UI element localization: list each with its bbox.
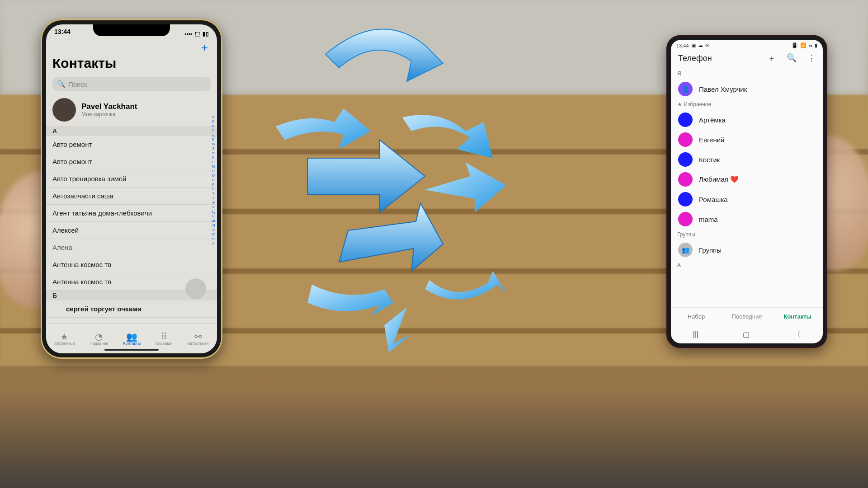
contact-row[interactable]: сергей торгует очками (46, 300, 217, 318)
mail-icon: ✉ (705, 42, 709, 48)
contact-row[interactable]: Автозапчасти саша (46, 188, 217, 205)
tab-Клавиши[interactable]: ⠿Клавиши (156, 332, 173, 346)
contact-color-icon (678, 192, 693, 206)
my-card-subtitle: Моя карточка (81, 111, 137, 117)
index-letter[interactable]: Е (212, 137, 215, 141)
groups-icon: 👥 (678, 243, 693, 257)
index-letter[interactable]: И (212, 151, 215, 155)
favorite-contact-row[interactable]: Костик (671, 150, 823, 169)
contact-name: Любимая ❤️ (699, 175, 739, 183)
contact-row[interactable]: Антенна космос тв (46, 256, 217, 273)
add-contact-button[interactable]: + (52, 41, 211, 55)
index-letter[interactable]: # (212, 241, 215, 245)
index-letter[interactable]: У (212, 196, 215, 200)
contact-row[interactable]: Алексей (46, 222, 217, 239)
index-letter[interactable]: С (212, 187, 215, 191)
favorite-contact-row[interactable]: Артёмка (671, 110, 823, 130)
iphone-device: 13:44 ▪▪▪▪ ⬚ ▮▯ + Контакты 🔍 Поиск Pavel… (41, 19, 222, 359)
contact-name: Евгений (699, 136, 725, 144)
page-title: Контакты (52, 56, 211, 71)
avatar (52, 98, 76, 122)
more-button[interactable]: ⋮ (807, 53, 816, 64)
android-status-bar: 13:44 ▣ ☁ ✉ 📳 📶 ▪▪ ▮ (671, 40, 823, 49)
index-letter[interactable]: К (212, 155, 215, 160)
battery-icon: ▮▯ (203, 31, 209, 37)
search-icon: 🔍 (57, 80, 66, 88)
tab-Контакты[interactable]: Контакты (772, 308, 823, 325)
index-letter[interactable]: Л (212, 160, 215, 164)
index-letter[interactable]: В (212, 124, 215, 128)
assistive-touch-icon[interactable] (185, 278, 206, 299)
tab-icon: ★ (53, 332, 75, 341)
tab-Контакты[interactable]: 👥Контакты (123, 332, 141, 346)
tab-Последние[interactable]: Последние (722, 308, 772, 325)
favorite-contact-row[interactable]: mama (671, 209, 823, 229)
transfer-arrows-graphic (253, 18, 533, 357)
index-letter[interactable]: Ц (212, 210, 215, 214)
contact-row[interactable]: Авто ремонт (46, 153, 217, 170)
recents-nav-icon[interactable]: ||| (693, 330, 698, 338)
index-letter[interactable]: Я (212, 237, 215, 241)
favorite-contact-row[interactable]: Любимая ❤️ (671, 169, 823, 189)
wifi-icon: 📶 (800, 42, 807, 48)
alphabet-index[interactable]: АБВГДЕЖЗИКЛМНОПРСТУФХЦЧШЩЭЮЯ# (212, 115, 215, 245)
index-letter[interactable]: Щ (212, 223, 215, 227)
my-card-row[interactable]: Pavel Yackhant Моя карточка (46, 94, 217, 126)
index-letter[interactable]: Р (212, 183, 215, 187)
contact-row[interactable]: Авто ремонт (46, 136, 217, 153)
index-letter[interactable]: З (212, 146, 215, 150)
index-letter[interactable]: А (212, 115, 215, 119)
index-letter[interactable]: Б (212, 119, 215, 123)
groups-label: Группы (699, 246, 722, 254)
section-favorites: Избранное (671, 99, 823, 110)
index-letter[interactable]: Ю (212, 232, 215, 236)
contact-color-icon (678, 172, 693, 187)
index-letter[interactable]: Н (212, 169, 215, 173)
add-button[interactable]: ＋ (768, 53, 776, 64)
signal-icon: ▪▪▪▪ (184, 31, 192, 37)
tab-label: Автоответч. (187, 341, 209, 346)
index-letter[interactable]: Х (212, 205, 215, 209)
tab-Недавние[interactable]: ◔Недавние (90, 332, 108, 346)
contact-name: Артёмка (699, 116, 726, 124)
index-letter[interactable]: П (212, 178, 215, 182)
index-letter[interactable]: Ч (212, 214, 215, 218)
me-contact-row[interactable]: 👤 Павел Хмурчик (671, 79, 823, 99)
index-letter[interactable]: М (212, 164, 215, 169)
index-letter[interactable]: Э (212, 228, 215, 232)
tab-Набор[interactable]: Набор (671, 308, 722, 325)
favorite-contact-row[interactable]: Ромашка (671, 189, 823, 209)
contact-color-icon (678, 132, 693, 147)
tab-Автоответч.[interactable]: ⚯Автоответч. (187, 332, 209, 346)
tab-label: Избранные (53, 341, 75, 346)
contact-row[interactable]: Авто тренировка зимой (46, 170, 217, 188)
search-button[interactable]: 🔍 (787, 53, 797, 64)
favorite-contact-row[interactable]: Евгений (671, 130, 823, 150)
index-letter[interactable]: Д (212, 133, 215, 137)
tab-icon: ⚯ (187, 332, 209, 341)
tab-Избранные[interactable]: ★Избранные (53, 332, 75, 346)
home-indicator[interactable] (104, 349, 159, 351)
groups-row[interactable]: 👥 Группы (671, 240, 823, 260)
battery-icon: ▮ (815, 42, 817, 48)
index-letter[interactable]: Т (212, 192, 215, 196)
tab-label: Недавние (90, 341, 108, 346)
index-letter[interactable]: Ф (212, 201, 215, 205)
back-nav-icon[interactable]: 〈 (793, 330, 801, 339)
index-letter[interactable]: Г (212, 128, 215, 132)
person-icon: 👤 (678, 82, 693, 96)
signal-icon: ▪▪ (809, 43, 812, 48)
index-letter[interactable]: О (212, 174, 215, 178)
index-letter[interactable]: Ш (212, 219, 215, 223)
home-nav-icon[interactable]: ▢ (743, 330, 750, 339)
index-letter[interactable]: Ж (212, 142, 215, 146)
contact-list[interactable]: AАвто ремонтАвто ремонтАвто тренировка з… (46, 126, 217, 335)
cloud-icon: ☁ (698, 42, 703, 48)
search-input[interactable]: 🔍 Поиск (52, 77, 211, 91)
tab-icon: ⠿ (156, 332, 173, 341)
android-nav-bar: ||| ▢ 〈 (671, 325, 823, 343)
contact-row[interactable]: Агент татьяна дома-глебковичи (46, 205, 217, 222)
page-title: Телефон (678, 54, 712, 63)
contact-row[interactable]: Алена (46, 239, 217, 256)
tab-icon: ◔ (90, 332, 108, 341)
